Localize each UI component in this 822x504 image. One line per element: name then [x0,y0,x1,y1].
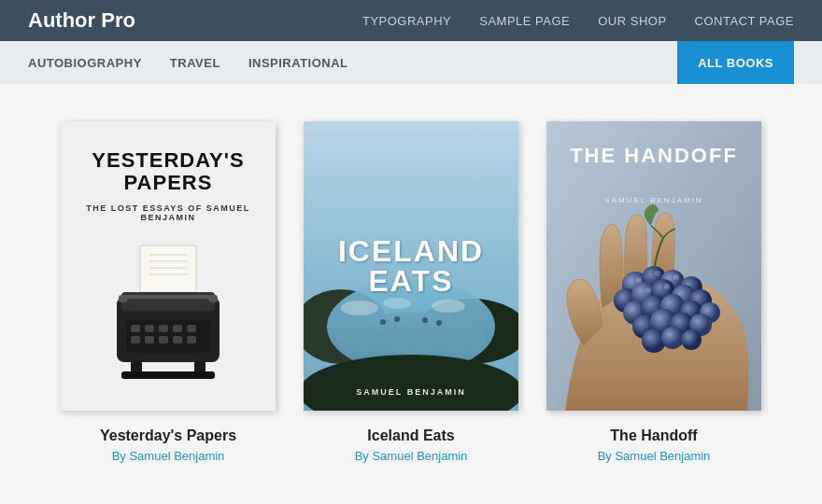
filter-travel[interactable]: TRAVEL [170,43,220,83]
all-books-button[interactable]: ALL BOOKS [677,41,794,84]
book-author-line: By Samuel Benjamin [355,449,468,463]
book-author-line: By Samuel Benjamin [598,449,711,463]
svg-point-32 [394,316,400,322]
book-cover-title: THE HANDOFF [546,145,761,167]
svg-rect-14 [145,336,154,343]
svg-point-28 [341,301,378,315]
svg-point-58 [636,277,642,283]
filter-tabs: AUTOBIOGRAPHY TRAVEL INSPIRATIONAL [28,43,677,83]
svg-point-61 [645,287,651,293]
svg-point-60 [673,274,679,280]
author-link[interactable]: Samuel Benjamin [372,449,467,463]
book-author-line: By Samuel Benjamin [112,449,225,463]
svg-rect-9 [145,325,154,332]
nav-contact-page[interactable]: CONTACT PAGE [695,14,794,28]
svg-point-56 [661,327,684,349]
filter-bar: AUTOBIOGRAPHY TRAVEL INSPIRATIONAL ALL B… [0,41,822,84]
book-cover-subtitle: THE LOST ESSAYS OF SAMUEL BENJAMIN [79,203,257,222]
filter-inspirational[interactable]: INSPIRATIONAL [248,43,348,83]
filter-autobiography[interactable]: AUTOBIOGRAPHY [28,43,142,83]
svg-point-31 [380,319,386,325]
svg-point-62 [664,284,670,289]
svg-point-33 [422,317,428,323]
book-cover-iceland-eats[interactable]: JUST PUBLISHED [304,121,518,411]
book-item: JUST PUBLISHED [304,121,518,463]
book-title: Yesterday's Papers [100,427,236,444]
book-item: YESTERDAY'S PAPERS THE LOST ESSAYS OF SA… [61,121,276,463]
author-link[interactable]: Samuel Benjamin [615,449,710,463]
book-cover-yesterdays-papers[interactable]: YESTERDAY'S PAPERS THE LOST ESSAYS OF SA… [61,121,276,411]
svg-point-29 [383,298,411,309]
svg-rect-13 [131,336,140,343]
book-cover-author: SAMUEL BENJAMIN [546,196,761,204]
main-nav: TYPOGRAPHY SAMPLE PAGE OUR SHOP CONTACT … [362,14,794,28]
svg-rect-8 [131,325,140,332]
nav-typography[interactable]: TYPOGRAPHY [362,14,451,28]
book-item: THE HANDOFF SAMUEL BENJAMIN [546,121,761,463]
book-title: Iceland Eats [367,427,454,444]
svg-rect-10 [159,325,168,332]
svg-rect-17 [187,336,196,343]
main-content: YESTERDAY'S PAPERS THE LOST ESSAYS OF SA… [0,84,822,504]
book-cover-author: SAMUEL BENJAMIN [356,387,465,397]
svg-rect-16 [173,336,182,343]
by-label: By [598,449,612,463]
svg-rect-11 [173,325,182,332]
books-grid: YESTERDAY'S PAPERS THE LOST ESSAYS OF SA… [47,121,775,463]
svg-point-34 [436,320,442,326]
site-title[interactable]: Author Pro [28,8,135,33]
nav-sample-page[interactable]: SAMPLE PAGE [479,14,570,28]
svg-rect-0 [140,245,196,292]
svg-rect-22 [121,371,215,379]
svg-point-59 [655,271,660,276]
by-label: By [112,449,126,463]
by-label: By [355,449,369,463]
book-title: The Handoff [610,427,697,444]
book-cover-the-handoff[interactable]: THE HANDOFF SAMUEL BENJAMIN [546,121,761,411]
svg-point-57 [681,329,702,350]
book-cover-title: ICELAND EATS [304,236,518,296]
author-link[interactable]: Samuel Benjamin [129,449,224,463]
typewriter-icon [98,241,238,381]
svg-point-30 [432,300,465,313]
book-cover-title: YESTERDAY'S PAPERS [79,149,257,194]
svg-rect-12 [187,325,196,332]
svg-rect-19 [126,299,210,310]
site-header: Author Pro TYPOGRAPHY SAMPLE PAGE OUR SH… [0,0,822,41]
nav-our-shop[interactable]: OUR SHOP [598,14,666,28]
svg-rect-15 [159,336,168,343]
